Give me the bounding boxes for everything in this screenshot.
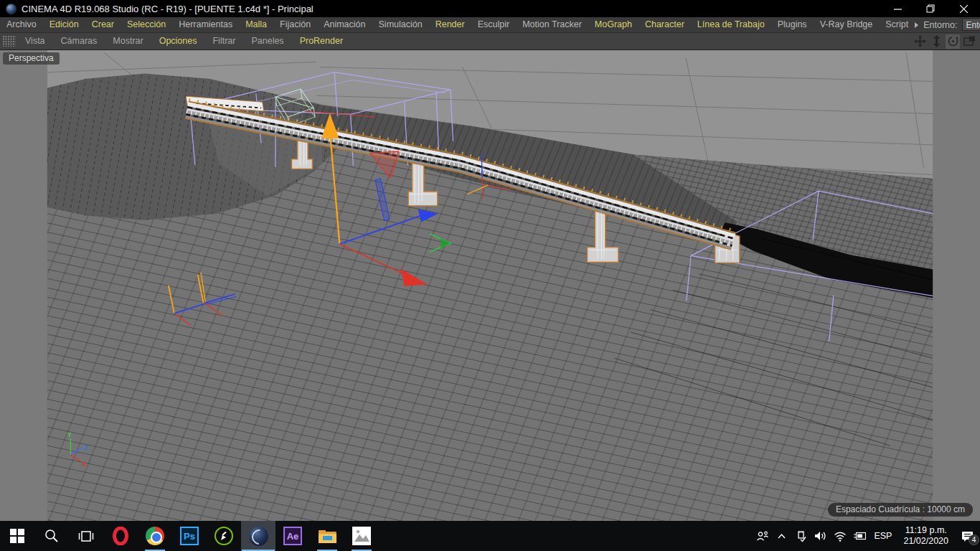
tray-clock[interactable]: 11:19 p.m. 21/02/2020 <box>900 525 952 547</box>
viewport-zoom-icon[interactable] <box>929 34 943 49</box>
menu-item-character[interactable]: Character <box>639 17 691 32</box>
viewport-drag-handle-icon[interactable] <box>3 36 16 47</box>
vp-menu-opciones[interactable]: Opciones <box>151 33 205 50</box>
taskbar-app-pen-tablet[interactable] <box>207 521 241 551</box>
system-tray: ESP 11:19 p.m. 21/02/2020 4 <box>755 521 980 551</box>
cinema4d-icon <box>249 527 268 546</box>
menu-item-vray-bridge[interactable]: V-Ray Bridge <box>814 17 880 32</box>
taskbar-app-after-effects[interactable]: Ae <box>275 521 310 551</box>
taskbar-app-cinema4d[interactable] <box>241 521 275 551</box>
menu-overflow-arrow-icon[interactable] <box>915 22 918 28</box>
title-bar: CINEMA 4D R19.068 Studio (RC - R19) - [P… <box>0 0 980 17</box>
menu-item-linea-de-trabajo[interactable]: Línea de Trabajo <box>691 17 771 32</box>
taskbar-search-button[interactable] <box>34 521 69 551</box>
tray-battery-icon[interactable] <box>852 529 866 542</box>
menu-item-simulacion[interactable]: Simulación <box>372 17 429 32</box>
vp-menu-filtrar[interactable]: Filtrar <box>204 33 243 50</box>
minimize-button[interactable] <box>881 0 914 17</box>
vp-menu-paneles[interactable]: Paneles <box>243 33 291 50</box>
opera-icon <box>111 527 130 545</box>
after-effects-icon: Ae <box>283 527 302 545</box>
menu-item-edicion[interactable]: Edición <box>43 17 85 32</box>
taskbar-app-photos[interactable] <box>344 521 379 551</box>
restore-button[interactable] <box>914 0 947 17</box>
vp-menu-prorender[interactable]: ProRender <box>292 33 351 50</box>
menu-item-archivo[interactable]: Archivo <box>0 17 43 32</box>
tray-wifi-icon[interactable] <box>833 529 847 542</box>
file-explorer-icon <box>318 527 337 545</box>
close-button[interactable] <box>947 0 980 17</box>
menu-item-animacion[interactable]: Animación <box>317 17 372 32</box>
taskbar-app-photoshop[interactable]: Ps <box>172 521 207 551</box>
menu-item-render[interactable]: Render <box>429 17 471 32</box>
menu-item-fijacion[interactable]: Fijación <box>273 17 317 32</box>
menu-item-motion-tracker[interactable]: Motion Tracker <box>516 17 588 32</box>
tray-language[interactable]: ESP <box>872 531 894 541</box>
menu-item-crear[interactable]: Crear <box>85 17 121 32</box>
task-view-icon <box>78 529 94 543</box>
scene: Y Z X <box>0 50 980 521</box>
photoshop-icon: Ps <box>180 527 199 545</box>
taskbar-taskview-button[interactable] <box>69 521 103 551</box>
photos-icon <box>352 527 371 545</box>
menu-item-script[interactable]: Script <box>879 17 915 32</box>
vp-menu-vista[interactable]: Vista <box>17 33 53 50</box>
tray-date: 21/02/2020 <box>903 536 948 547</box>
menu-item-malla[interactable]: Malla <box>239 17 273 32</box>
taskbar-start-button[interactable] <box>0 521 34 551</box>
axis-y-label: Y <box>67 431 72 438</box>
viewport-rotate-icon[interactable] <box>946 34 960 49</box>
chrome-icon <box>146 527 164 545</box>
windows-logo-icon <box>9 528 25 544</box>
menu-item-plugins[interactable]: Plugins <box>771 17 814 32</box>
cinema4d-app-icon <box>6 4 17 14</box>
notification-badge: 4 <box>969 534 979 545</box>
camera-view-label[interactable]: Perspectiva <box>3 52 60 65</box>
vp-menu-mostrar[interactable]: Mostrar <box>105 33 151 50</box>
environment-label: Entorno: <box>923 20 957 30</box>
main-menu-bar: Archivo Edición Crear Selección Herramie… <box>0 17 980 33</box>
vp-menu-camaras[interactable]: Cámaras <box>53 33 105 50</box>
windows-taskbar: Ps Ae <box>0 521 980 551</box>
axis-x-label: X <box>82 461 86 468</box>
menu-item-herramientas[interactable]: Herramientas <box>172 17 239 32</box>
window-title: CINEMA 4D R19.068 Studio (RC - R19) - [P… <box>22 4 314 14</box>
viewport-canvas[interactable]: Perspectiva Espaciado Cuadrícula : 10000… <box>0 50 980 521</box>
tray-usb-icon[interactable] <box>794 529 808 542</box>
tray-hidden-icons-chevron[interactable] <box>775 529 788 542</box>
viewport-pan-icon[interactable] <box>913 34 927 49</box>
pen-tablet-icon <box>215 527 233 545</box>
tray-people-icon[interactable] <box>755 529 769 542</box>
environment-dropdown[interactable]: Entorno de Arranque <box>962 19 980 31</box>
environment-dropdown-value: Entorno de Arranque <box>966 20 980 30</box>
menu-item-seleccion[interactable]: Selección <box>121 17 172 32</box>
taskbar-app-file-explorer[interactable] <box>310 521 344 551</box>
tray-time: 11:19 p.m. <box>903 525 948 536</box>
grid-spacing-status: Espaciado Cuadrícula : 10000 cm <box>828 503 973 517</box>
menu-item-mograph[interactable]: MoGraph <box>588 17 639 32</box>
menu-item-esculpir[interactable]: Esculpir <box>471 17 516 32</box>
taskbar-app-chrome[interactable] <box>138 521 172 551</box>
tray-volume-icon[interactable] <box>814 529 827 542</box>
tray-notification-icon[interactable]: 4 <box>958 529 976 542</box>
viewport-menu-bar: Vista Cámaras Mostrar Opciones Filtrar P… <box>0 33 980 50</box>
search-icon <box>44 529 59 543</box>
axis-z-label: Z <box>83 445 88 452</box>
viewport-toggle-view-icon[interactable] <box>962 34 976 49</box>
taskbar-app-opera[interactable] <box>103 521 138 551</box>
